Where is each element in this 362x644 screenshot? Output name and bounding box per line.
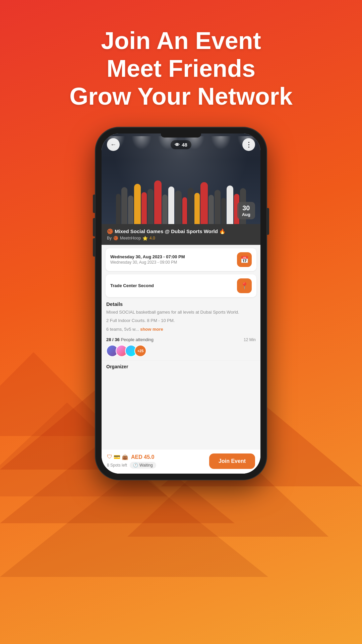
- back-button[interactable]: [107, 138, 120, 151]
- event-meta: By 🏀 MeetnHoop ⭐ 4.0: [107, 236, 226, 241]
- waiting-label: Waiting: [139, 463, 153, 468]
- calendar-button[interactable]: 📅: [237, 252, 252, 267]
- datetime-card: Wednesday 30, Aug 2023 - 07:00 PM Wednes…: [106, 248, 256, 271]
- calendar-icon: 📅: [240, 256, 249, 264]
- location-icon: 📍: [240, 282, 249, 290]
- bottom-left-info: 🛡 💳 👜 AED 45.0 8 Spots left 🕐 Waiting: [107, 454, 156, 469]
- location-card: Trade Center Second 📍: [106, 274, 256, 297]
- headline-line2: Meet Friends: [107, 55, 255, 82]
- card-icon: 💳: [114, 454, 120, 460]
- waiting-badge: 🕐 Waiting: [130, 462, 156, 469]
- screen-content: 👁 48 30 Aug: [102, 133, 260, 474]
- location-text-block: Trade Center Second: [110, 283, 154, 288]
- bottom-bar: 🛡 💳 👜 AED 45.0 8 Spots left 🕐 Waiting: [102, 449, 260, 474]
- detail-line2: 2 Full Indoor Courts. 8 PM - 10 PM.: [106, 317, 256, 324]
- by-label: By: [107, 236, 112, 240]
- phone-mockup: 👁 48 30 Aug: [96, 127, 266, 480]
- crowd-figures: [102, 170, 260, 224]
- date-badge: 30 Aug: [237, 202, 255, 219]
- price-icons: 🛡 💳 👜: [107, 454, 128, 460]
- attending-row: 28 / 36 People attending 12 Min: [102, 334, 260, 342]
- headline-line1: Join An Event: [101, 27, 261, 54]
- bag-icon: 👜: [122, 454, 128, 460]
- detail-line3: 6 teams, 5v5 w... show more: [106, 326, 256, 333]
- datetime-end: Wednesday 30, Aug 2023 - 09:00 PM: [110, 260, 185, 265]
- date-month: Aug: [242, 212, 250, 217]
- view-count-number: 48: [182, 142, 187, 148]
- location-name: Trade Center Second: [110, 283, 154, 288]
- location-button[interactable]: 📍: [237, 278, 252, 293]
- clock-icon: 🕐: [133, 463, 138, 468]
- organizer-section-label: Organizer: [102, 360, 260, 369]
- spots-left-text: 8 Spots left: [107, 463, 127, 468]
- organizer-emoji: 🏀: [113, 236, 118, 240]
- details-section: Details Mixed SOCIAL basketball games fo…: [102, 297, 260, 333]
- headline-text: Join An Event Meet Friends Grow Your Net…: [0, 27, 362, 110]
- min-label: 12 Min: [244, 337, 256, 342]
- headline-section: Join An Event Meet Friends Grow Your Net…: [0, 27, 362, 110]
- event-title: 🏀 Mixed Social Games @ Dubai Sports Worl…: [107, 228, 226, 235]
- star-icon: ⭐: [142, 236, 148, 241]
- event-image: 👁 48 30 Aug: [102, 133, 260, 224]
- price-amount: AED 45.0: [131, 454, 154, 460]
- show-more-button[interactable]: show more: [140, 327, 163, 332]
- datetime-start: Wednesday 30, Aug 2023 - 07:00 PM: [110, 254, 185, 259]
- more-menu-button[interactable]: [242, 138, 255, 151]
- rating-value: 4.0: [149, 236, 155, 240]
- event-title-bar: 🏀 Mixed Social Games @ Dubai Sports Worl…: [102, 224, 260, 245]
- avatar-plus-count: +25: [134, 345, 146, 357]
- join-event-button[interactable]: Join Event: [209, 453, 255, 469]
- svg-marker-2: [0, 470, 268, 577]
- datetime-text-block: Wednesday 30, Aug 2023 - 07:00 PM Wednes…: [110, 254, 185, 265]
- phone-screen: 👁 48 30 Aug: [102, 133, 260, 474]
- phone-notch: [161, 133, 201, 138]
- price-row: 🛡 💳 👜 AED 45.0: [107, 454, 156, 460]
- view-count-badge: 👁 48: [171, 140, 191, 149]
- details-heading: Details: [106, 301, 256, 307]
- date-day: 30: [242, 204, 250, 212]
- eye-icon: 👁: [175, 142, 180, 148]
- organizer-name: MeetnHoop: [120, 236, 141, 240]
- phone-frame: 👁 48 30 Aug: [96, 127, 266, 480]
- detail-line1: Mixed SOCIAL basketball games for all le…: [106, 309, 256, 316]
- shield-icon: 🛡: [107, 454, 112, 460]
- attending-label: 28 / 36 People attending: [106, 337, 154, 342]
- avatar-row: +25: [102, 342, 260, 357]
- more-menu-icon: [245, 141, 252, 149]
- attending-fraction: 28 / 36: [106, 337, 121, 342]
- headline-line3: Grow Your Network: [69, 83, 292, 110]
- back-arrow-icon: [110, 141, 116, 148]
- spots-row: 8 Spots left 🕐 Waiting: [107, 462, 156, 469]
